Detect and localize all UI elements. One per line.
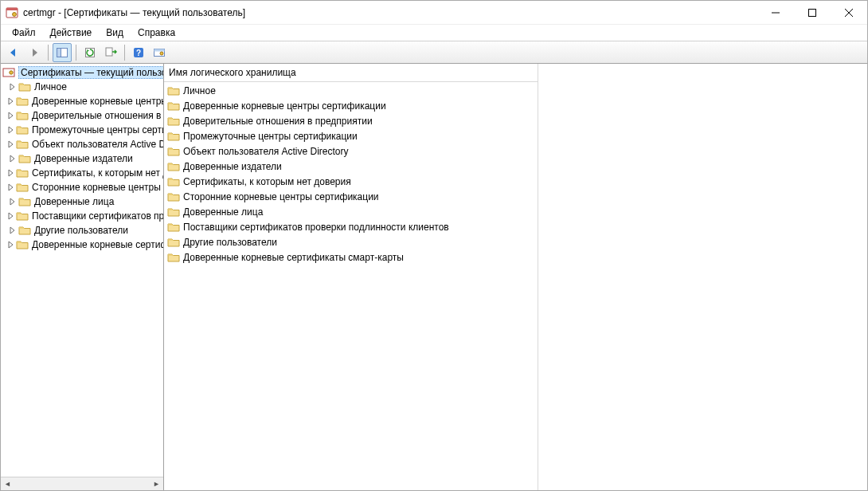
list-item[interactable]: Доверенные лица: [164, 204, 538, 219]
forward-button[interactable]: [25, 43, 44, 62]
export-list-button[interactable]: [101, 43, 120, 62]
tree-body[interactable]: Сертификаты — текущий пользователь Лично…: [1, 64, 163, 477]
list-item[interactable]: Объект пользователя Active Directory: [164, 143, 538, 159]
list-item-label: Сторонние корневые центры сертификации: [183, 191, 379, 202]
expand-icon[interactable]: [7, 168, 14, 178]
minimize-button[interactable]: [757, 1, 794, 24]
toolbar-separator: [48, 45, 49, 61]
tree-item[interactable]: Доверенные лица: [1, 194, 163, 209]
expand-icon[interactable]: [7, 125, 14, 135]
tree-item[interactable]: Промежуточные центры сертификации: [1, 123, 163, 137]
tree-item-label: Поставщики сертификатов проверки подлинн…: [32, 210, 163, 222]
folder-icon: [18, 81, 31, 93]
help-button[interactable]: ?: [129, 43, 148, 62]
list-main-column: Имя логического хранилища ЛичноеДоверенн…: [164, 64, 538, 490]
svg-rect-10: [106, 48, 112, 56]
tree-item-label: Доверенные корневые центры сертификации: [32, 96, 163, 107]
tree-pane: Сертификаты — текущий пользователь Лично…: [1, 64, 164, 490]
titlebar: certmgr - [Сертификаты — текущий пользов…: [1, 1, 867, 25]
show-hide-tree-button[interactable]: [53, 43, 72, 62]
tree-item[interactable]: Доверенные корневые центры сертификации: [1, 94, 163, 108]
tree-item-label: Доверенные корневые сертификаты смарт-ка…: [32, 239, 163, 250]
menu-action[interactable]: Действие: [44, 26, 99, 40]
folder-icon: [167, 145, 180, 158]
column-header[interactable]: Имя логического хранилища: [164, 64, 538, 82]
list-item[interactable]: Доверительные отношения в предприятии: [164, 113, 538, 128]
tree-root[interactable]: Сертификаты — текущий пользователь: [1, 65, 163, 80]
menubar: Файл Действие Вид Справка: [1, 25, 867, 41]
scroll-left-button[interactable]: ◄: [1, 477, 14, 490]
refresh-button[interactable]: [80, 43, 100, 62]
folder-icon: [16, 181, 29, 194]
tree-item[interactable]: Объект пользователя Active Directory: [1, 137, 163, 151]
menu-help[interactable]: Справка: [131, 26, 182, 40]
folder-icon: [16, 95, 29, 108]
list-item[interactable]: Доверенные издатели: [164, 159, 538, 174]
tree-item[interactable]: Личное: [1, 80, 163, 94]
svg-text:?: ?: [136, 49, 141, 57]
list-item[interactable]: Доверенные корневые сертификаты смарт-ка…: [164, 249, 538, 265]
folder-icon: [16, 138, 29, 151]
list-item-label: Объект пользователя Active Directory: [183, 146, 349, 157]
tree-item[interactable]: Доверительные отношения в предприятии: [1, 108, 163, 123]
list-item[interactable]: Поставщики сертификатов проверки подлинн…: [164, 219, 538, 234]
list-item[interactable]: Сторонние корневые центры сертификации: [164, 189, 538, 204]
expand-icon[interactable]: [7, 226, 17, 235]
list-item[interactable]: Личное: [164, 83, 538, 98]
tree-item[interactable]: Доверенные издатели: [1, 151, 163, 166]
list-item-label: Личное: [183, 85, 216, 96]
list-item-label: Другие пользователи: [183, 237, 277, 248]
content-area: Сертификаты — текущий пользователь Лично…: [1, 64, 867, 490]
horizontal-scrollbar[interactable]: ◄ ►: [1, 477, 163, 490]
list-item-label: Доверенные издатели: [183, 161, 282, 172]
tree-item[interactable]: Сторонние корневые центры сертификации: [1, 180, 163, 194]
list-body[interactable]: ЛичноеДоверенные корневые центры сертифи…: [164, 82, 538, 265]
list-item-label: Доверенные корневые сертификаты смарт-ка…: [183, 252, 404, 263]
list-item-label: Доверенные лица: [183, 206, 263, 218]
list-item-label: Промежуточные центры сертификации: [183, 131, 358, 142]
menu-view[interactable]: Вид: [100, 26, 130, 40]
expand-icon[interactable]: [7, 82, 17, 92]
svg-rect-8: [57, 48, 61, 57]
tree-item[interactable]: Сертификаты, к которым нет доверия: [1, 166, 163, 180]
scroll-right-button[interactable]: ►: [150, 477, 163, 490]
tree-item-label: Доверенные лица: [34, 196, 114, 207]
tree-item[interactable]: Доверенные корневые сертификаты смарт-ка…: [1, 238, 163, 252]
svg-rect-4: [809, 9, 816, 16]
list-item[interactable]: Промежуточные центры сертификации: [164, 128, 538, 143]
list-item[interactable]: Другие пользователи: [164, 234, 538, 249]
scroll-track[interactable]: [14, 477, 150, 490]
expand-icon[interactable]: [7, 96, 14, 106]
expand-icon[interactable]: [7, 211, 14, 221]
toolbar: ?: [1, 41, 867, 64]
toolbar-separator: [124, 45, 125, 61]
maximize-button[interactable]: [794, 1, 831, 24]
tree-item-label: Промежуточные центры сертификации: [32, 124, 163, 136]
tree-item-label: Личное: [34, 81, 67, 92]
folder-icon: [167, 84, 180, 97]
tree-item[interactable]: Поставщики сертификатов проверки подлинн…: [1, 209, 163, 223]
expand-icon[interactable]: [7, 240, 14, 249]
close-button[interactable]: [831, 1, 867, 24]
tree-item[interactable]: Другие пользователи: [1, 223, 163, 238]
expand-icon[interactable]: [7, 139, 14, 149]
list-item[interactable]: Сертификаты, к которым нет доверия: [164, 174, 538, 189]
expand-icon[interactable]: [7, 111, 14, 120]
tree-item-label: Другие пользователи: [34, 225, 128, 236]
tree-item-label: Сертификаты, к которым нет доверия: [32, 167, 163, 179]
menu-file[interactable]: Файл: [6, 26, 42, 40]
folder-icon: [167, 100, 180, 112]
back-button[interactable]: [4, 43, 23, 62]
list-item[interactable]: Доверенные корневые центры сертификации: [164, 98, 538, 113]
list-item-label: Сертификаты, к которым нет доверия: [183, 176, 351, 187]
app-icon: [6, 6, 18, 19]
expand-icon[interactable]: [7, 154, 17, 163]
certificates-icon[interactable]: [150, 43, 169, 62]
folder-icon: [18, 195, 31, 208]
tree-item-label: Доверительные отношения в предприятии: [32, 110, 163, 121]
folder-icon: [167, 236, 180, 249]
list-pane: Имя логического хранилища ЛичноеДоверенн…: [164, 64, 867, 490]
expand-icon[interactable]: [7, 183, 14, 192]
window-controls: [757, 1, 867, 24]
expand-icon[interactable]: [7, 197, 17, 206]
